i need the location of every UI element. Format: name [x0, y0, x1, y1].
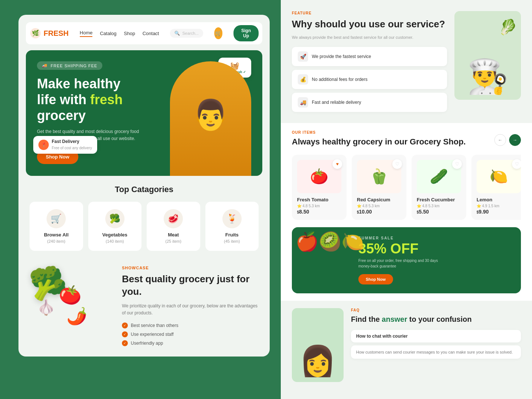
navbar: 🌿 FRESH Home Catalog Shop Contact 🔍 Sear…: [26, 22, 262, 44]
product-card-3[interactable]: ♡ 🍋 Lemon ⭐ 4.9 1.5 km 9.90: [471, 155, 521, 220]
sale-banner: 🍎🥝🍋 SUMMER SALE 35% OFF Free on all your…: [292, 227, 521, 293]
search-bar[interactable]: 🔍 Search...: [170, 29, 203, 38]
feature-2: ✓Userfriendly app: [122, 340, 259, 346]
nav-arrows: ← →: [494, 134, 521, 146]
showcase-content: SHOWCASE Best quality grocery just for y…: [122, 262, 259, 349]
feature-content: FEATURE Why should you use our service? …: [292, 11, 447, 116]
showcase-features: ✓Best service than others ✓Use experienc…: [122, 323, 259, 346]
showcase-label: SHOWCASE: [122, 266, 259, 270]
sale-section: 🍎🥝🍋 SUMMER SALE 35% OFF Free on all your…: [281, 227, 532, 301]
delivery-person-figure: 👨: [192, 98, 229, 132]
product-price-2: 5.50: [417, 209, 461, 215]
product-card-1[interactable]: ♡ 🫑 Red Capsicum ⭐ 4.8 5.3 km 10.00: [352, 155, 406, 220]
category-fruits[interactable]: 🍹 Fruits (45 item): [205, 202, 259, 251]
category-browse-all[interactable]: 🛒 Browse All (240 item): [30, 202, 83, 251]
feature-section: FEATURE Why should you use our service? …: [281, 0, 532, 123]
nav-contact[interactable]: Contact: [143, 31, 159, 36]
sale-label: SUMMER SALE: [358, 236, 512, 240]
sale-discount: 35% OFF: [358, 242, 512, 256]
category-name-2: Meat: [153, 232, 194, 238]
logo[interactable]: 🌿 FRESH: [30, 27, 69, 39]
hero-section: 🚚 FREE SHIPPING FEE Make healthy life wi…: [26, 50, 262, 176]
check-icon-2: ✓: [122, 340, 128, 346]
category-count-0: (240 item): [35, 239, 77, 243]
showcase-image: 🥦 🍅 🧄 🌶️: [30, 262, 111, 336]
chef-image: 👨‍🍳 🥬: [454, 11, 521, 100]
cart-button[interactable]: 🛒: [214, 27, 223, 39]
nav-links: Home Catalog Shop Contact: [80, 30, 159, 37]
items-section: OUR ITEMS Always healthy grocery in our …: [281, 123, 532, 227]
shipping-badge: 🚚 FREE SHIPPING FEE: [37, 61, 102, 70]
product-card-0[interactable]: ♥ 🍅 Fresh Tomato ⭐ 4.8 5.3 km 8.50: [292, 155, 347, 220]
showcase-section: 🥦 🍅 🧄 🌶️ SHOWCASE Best quality grocery j…: [26, 262, 262, 349]
product-rating-0: ⭐ 4.8 5.3 km: [297, 204, 341, 208]
category-name-3: Fruits: [211, 232, 253, 238]
heart-button-0[interactable]: ♥: [332, 159, 342, 169]
items-title-block: OUR ITEMS Always healthy grocery in our …: [292, 130, 466, 147]
pepper-image: 🌶️: [66, 306, 87, 326]
product-rating-2: ⭐ 4.8 5.3 km: [417, 204, 461, 208]
product-price-0: 8.50: [297, 209, 341, 215]
heart-button-3[interactable]: ♡: [512, 159, 521, 169]
categories-title: Top Catagories: [30, 185, 259, 194]
faq-section: 👩 FAQ Find the answer to your confusion …: [281, 301, 532, 389]
fruits-icon: 🍹: [222, 209, 242, 228]
faq-content: FAQ Find the answer to your confusion Ho…: [351, 308, 521, 382]
category-count-2: (25 item): [153, 239, 194, 243]
showcase-description: We prioritize quality in each of our gro…: [122, 303, 259, 317]
chef-figure: 👨‍🍳: [467, 57, 508, 96]
category-meat[interactable]: 🥩 Meat (25 item): [147, 202, 200, 251]
meat-icon: 🥩: [164, 209, 183, 228]
category-name-0: Browse All: [35, 232, 77, 238]
signup-button[interactable]: Sign Up: [233, 25, 259, 41]
feature-card-1: 💰 No additional fees for orders: [292, 70, 447, 89]
lettuce-icon: 🥬: [499, 18, 517, 36]
nav-shop[interactable]: Shop: [124, 31, 135, 36]
faq-answer: How customers can send courier messages …: [351, 345, 521, 359]
reliable-delivery-icon: 🚚: [298, 97, 308, 108]
check-icon-0: ✓: [122, 323, 128, 328]
products-grid: ♥ 🍅 Fresh Tomato ⭐ 4.8 5.3 km 8.50 ♡ 🫑 R…: [292, 155, 521, 220]
next-arrow[interactable]: →: [509, 134, 521, 146]
category-count-3: (45 item): [211, 239, 253, 243]
faq-person-image: 👩: [292, 308, 344, 382]
product-name-2: Fresh Cucumber: [417, 197, 461, 202]
hero-image: 👨: [170, 61, 251, 176]
product-rating-3: ⭐ 4.9 1.5 km: [477, 204, 521, 208]
check-icon-1: ✓: [122, 331, 128, 337]
product-price-1: 10.00: [357, 209, 401, 215]
product-rating-1: ⭐ 4.8 5.3 km: [357, 204, 401, 208]
items-title: Always healthy grocery in our Grocery Sh…: [292, 137, 466, 147]
nav-home[interactable]: Home: [80, 30, 93, 37]
heart-button-1[interactable]: ♡: [392, 159, 402, 169]
items-header: OUR ITEMS Always healthy grocery in our …: [292, 130, 521, 147]
no-fees-icon: 💰: [298, 74, 308, 85]
sale-cta-button[interactable]: Shop Now: [358, 274, 393, 284]
product-name-0: Fresh Tomato: [297, 197, 341, 202]
faq-title: Find the answer to your confusion: [351, 314, 521, 324]
garlic-image: 🧄: [37, 299, 55, 316]
fast-delivery-badge: 📍 Fast Delivery Free of cost any deliver…: [33, 136, 97, 154]
right-panel: FEATURE Why should you use our service? …: [281, 0, 532, 399]
product-price-3: 9.90: [477, 209, 521, 215]
logo-icon: 🌿: [30, 27, 41, 39]
product-card-2[interactable]: ♡ 🥒 Fresh Cucumber ⭐ 4.8 5.3 km 5.50: [412, 155, 466, 220]
heart-button-2[interactable]: ♡: [452, 159, 462, 169]
nav-catalog[interactable]: Catalog: [100, 31, 116, 36]
product-name-3: Lemon: [477, 197, 521, 202]
delivery-pin-icon: 📍: [38, 140, 49, 150]
faq-question[interactable]: How to chat with courier: [351, 330, 521, 342]
category-count-1: (140 item): [94, 239, 136, 243]
browse-all-icon: 🛒: [47, 209, 66, 228]
hero-heading: Make healthy life with fresh grocery: [37, 76, 148, 124]
feature-card-0: 🚀 We provide the fastest service: [292, 47, 447, 66]
person-figure: 👩: [299, 344, 336, 378]
category-name-1: Vegetables: [94, 232, 136, 238]
left-panel: 🌿 FRESH Home Catalog Shop Contact 🔍 Sear…: [18, 15, 270, 357]
vegetables-icon: 🥦: [105, 209, 125, 228]
prev-arrow[interactable]: ←: [494, 134, 506, 146]
categories-section: Top Catagories 🛒 Browse All (240 item) 🥦…: [26, 185, 262, 251]
category-vegetables[interactable]: 🥦 Vegetables (140 item): [88, 202, 142, 251]
svg-text:🌿: 🌿: [32, 30, 39, 37]
faq-label: FAQ: [351, 308, 521, 312]
